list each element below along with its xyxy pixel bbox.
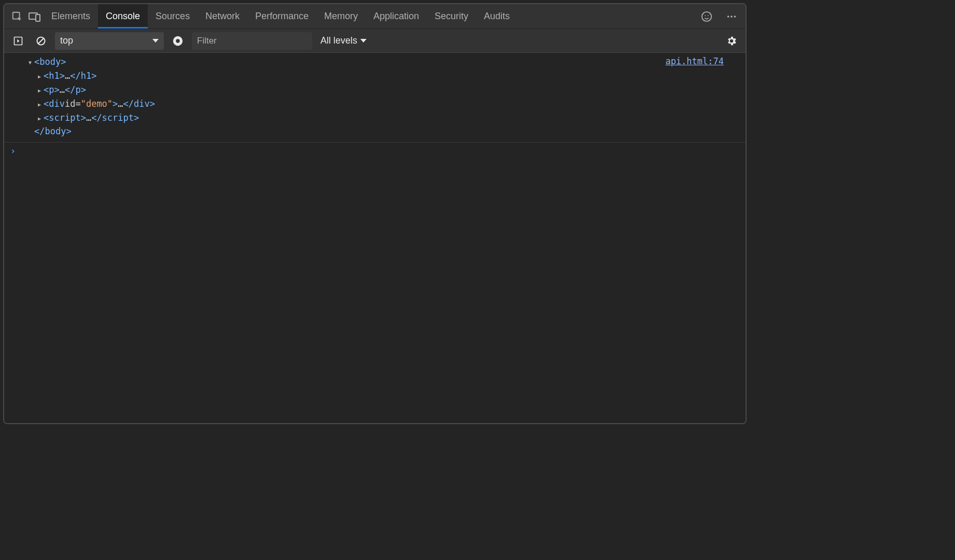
console-input[interactable] <box>20 146 739 156</box>
settings-gear-icon[interactable] <box>723 32 740 50</box>
execution-context-select[interactable]: top <box>55 32 164 50</box>
more-icon[interactable] <box>723 8 740 25</box>
svg-point-3 <box>702 11 711 21</box>
svg-rect-2 <box>36 15 40 21</box>
inspect-element-icon[interactable] <box>8 8 26 25</box>
source-link[interactable]: api.html:74 <box>665 55 724 68</box>
console-log-entry: api.html:74 <body><h1>…</h1><p>…</p><div… <box>4 53 746 143</box>
tab-network[interactable]: Network <box>198 4 247 29</box>
tab-memory[interactable]: Memory <box>316 4 366 29</box>
svg-point-5 <box>708 15 709 16</box>
live-expression-icon[interactable] <box>169 32 187 50</box>
log-levels-label: All levels <box>320 35 357 46</box>
tabbar-left <box>4 4 44 29</box>
console-prompt: › <box>4 143 746 159</box>
clear-console-icon[interactable] <box>32 32 50 50</box>
tabbar-right <box>698 4 746 29</box>
disclosure-triangle-icon[interactable] <box>36 69 43 83</box>
log-levels-select[interactable]: All levels <box>317 35 370 46</box>
svg-point-13 <box>176 39 179 43</box>
chevron-down-icon <box>152 39 159 43</box>
tree-row[interactable]: <div id="demo">…</div> <box>27 97 739 111</box>
tab-elements[interactable]: Elements <box>44 4 98 29</box>
filter-input[interactable] <box>192 32 312 50</box>
execution-context-value: top <box>60 35 73 46</box>
tab-performance[interactable]: Performance <box>247 4 316 29</box>
svg-point-7 <box>731 16 733 18</box>
disclosure-triangle-icon[interactable] <box>36 111 43 125</box>
svg-point-4 <box>705 15 706 16</box>
console-body: api.html:74 <body><h1>…</h1><p>…</p><div… <box>4 53 746 423</box>
tab-security[interactable]: Security <box>427 4 476 29</box>
tree-row[interactable]: <body> <box>27 55 739 69</box>
svg-point-6 <box>727 16 729 18</box>
tab-sources[interactable]: Sources <box>148 4 198 29</box>
device-toolbar-icon[interactable] <box>26 8 44 25</box>
chevron-down-icon <box>360 39 367 43</box>
toggle-sidebar-icon[interactable] <box>9 32 27 50</box>
tab-audits[interactable]: Audits <box>476 4 517 29</box>
tab-application[interactable]: Application <box>366 4 427 29</box>
feedback-smile-icon[interactable] <box>698 8 715 25</box>
svg-point-8 <box>734 16 736 18</box>
tree-row[interactable]: <p>…</p> <box>27 83 739 97</box>
svg-line-11 <box>38 38 44 44</box>
tab-console[interactable]: Console <box>98 4 148 29</box>
disclosure-triangle-icon[interactable] <box>36 83 43 97</box>
devtools-window: ElementsConsoleSourcesNetworkPerformance… <box>3 3 747 424</box>
tree-row[interactable]: <h1>…</h1> <box>27 69 739 83</box>
disclosure-triangle-icon[interactable] <box>27 55 33 69</box>
console-toolbar: top All levels <box>4 29 746 53</box>
tabbar: ElementsConsoleSourcesNetworkPerformance… <box>4 4 746 29</box>
tabs: ElementsConsoleSourcesNetworkPerformance… <box>44 4 517 29</box>
object-tree: <body><h1>…</h1><p>…</p><div id="demo">…… <box>27 55 739 138</box>
disclosure-triangle-icon[interactable] <box>36 97 43 111</box>
tree-row[interactable]: <script>…</script> <box>27 111 739 125</box>
tree-row[interactable]: </body> <box>27 125 739 138</box>
prompt-chevron-icon: › <box>10 146 16 156</box>
